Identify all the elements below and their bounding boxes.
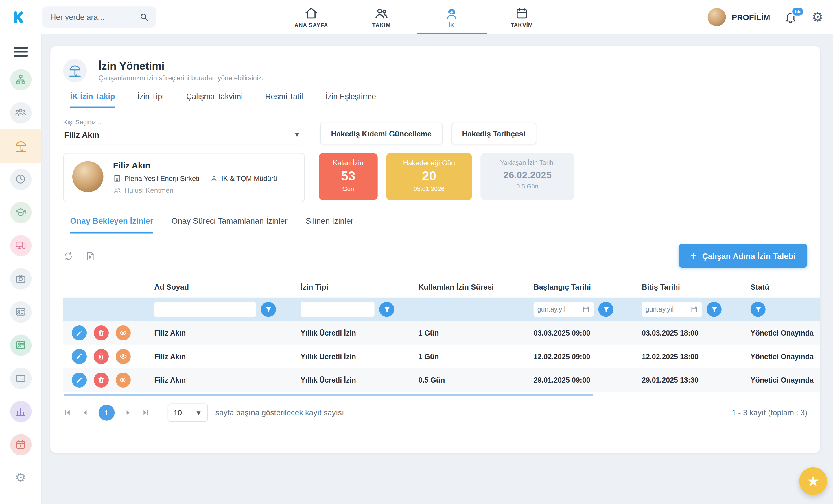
- funnel-icon: [711, 306, 718, 313]
- previous-page-button[interactable]: [81, 408, 90, 417]
- person-select-group: Kişi Seçiniz... Filiz Akın ▼: [63, 117, 302, 145]
- edit-button[interactable]: [72, 325, 87, 341]
- col-header-end: Bitiş Tarihi: [642, 283, 751, 291]
- view-button[interactable]: [116, 325, 131, 341]
- first-page-icon: [63, 408, 72, 417]
- people-icon: [113, 186, 121, 195]
- next-page-button[interactable]: [124, 408, 133, 417]
- tab-izin-eslestirme[interactable]: İzin Eşleştirme: [325, 92, 376, 108]
- id-card-icon: [10, 301, 31, 323]
- star-icon: ★: [807, 473, 820, 489]
- first-page-button[interactable]: [63, 408, 72, 417]
- filter-type-input[interactable]: [301, 302, 375, 317]
- settings-button[interactable]: ⚙: [812, 11, 824, 23]
- col-header-start: Başlangıç Tarihi: [533, 283, 642, 291]
- filter-start-date-input[interactable]: gün.ay.yıl: [533, 302, 594, 317]
- app-logo[interactable]: [9, 7, 30, 27]
- page-size-value: 10: [173, 408, 182, 417]
- employee-company: Plena Yeşil Enerji Şirketi: [124, 175, 199, 183]
- cell-name: Filiz Akın: [154, 376, 301, 384]
- wallet-icon: [10, 367, 31, 389]
- seniority-update-button[interactable]: Hakediş Kıdemi Güncelleme: [320, 123, 442, 145]
- view-button[interactable]: [116, 349, 131, 364]
- organization-chart-icon: [10, 69, 31, 90]
- search-box[interactable]: [42, 6, 156, 28]
- cell-end: 03.03.2025 18:00: [642, 329, 751, 337]
- graduation-cap-icon: [10, 201, 31, 223]
- feedback-star-button[interactable]: ★: [799, 467, 827, 495]
- tab-izin-tipi[interactable]: İzin Tipi: [137, 92, 164, 108]
- chevron-down-icon: ▼: [293, 131, 301, 139]
- filter-start-date-button[interactable]: [598, 302, 614, 317]
- pencil-icon: [75, 376, 83, 384]
- page-size-select[interactable]: 10 ▼: [168, 403, 208, 422]
- person-select-value: Filiz Akın: [64, 130, 99, 139]
- profile-menu[interactable]: PROFİLİM: [708, 8, 770, 26]
- remaining-leave-unit: Gün: [319, 186, 378, 192]
- sidebar-item-organization-chart[interactable]: [0, 63, 41, 96]
- tab-resmi-tatil[interactable]: Resmi Tatil: [265, 92, 303, 108]
- menu-toggle-button[interactable]: [14, 47, 27, 56]
- seniority-history-button[interactable]: Hakediş Tarihçesi: [451, 123, 536, 145]
- sidebar-item-settings[interactable]: ⚙: [0, 461, 41, 495]
- tab-completed-leaves[interactable]: Onay Süreci Tamamlanan İzinler: [171, 216, 287, 233]
- filter-name-button[interactable]: [261, 302, 276, 317]
- cell-start: 12.02.2025 09:00: [533, 353, 642, 361]
- new-leave-request-button[interactable]: + Çalışan Adına İzin Talebi: [679, 244, 807, 268]
- controls-row: Kişi Seçiniz... Filiz Akın ▼ Hakediş Kıd…: [63, 117, 808, 145]
- calendar-small-icon: [582, 306, 590, 313]
- sidebar-item-leave-management[interactable]: [0, 129, 41, 162]
- sidebar-item-calendar-events[interactable]: [0, 428, 41, 461]
- tab-ik-izin-takip[interactable]: İK İzin Takip: [70, 92, 115, 108]
- leave-list-tabs: Onay Bekleyen İzinler Onay Süreci Tamaml…: [70, 216, 820, 233]
- accrual-date: 05.01.2026: [386, 186, 472, 192]
- tab-calisma-takvimi[interactable]: Çalışma Takvimi: [186, 92, 243, 108]
- sidebar-item-training[interactable]: [0, 196, 41, 229]
- refresh-button[interactable]: [63, 251, 73, 261]
- nav-home[interactable]: ANA SAYFA: [276, 0, 347, 34]
- nav-team[interactable]: TAKIM: [346, 0, 416, 34]
- edit-button[interactable]: [72, 373, 87, 387]
- last-page-button[interactable]: [141, 408, 150, 417]
- filter-end-date-button[interactable]: [707, 302, 722, 317]
- sidebar-item-reports[interactable]: [0, 395, 41, 428]
- team-icon: [375, 6, 388, 20]
- view-button[interactable]: [116, 373, 131, 387]
- sidebar-item-recruitment[interactable]: [0, 328, 41, 361]
- search-input[interactable]: [49, 12, 136, 22]
- cell-type: Yıllık Ücretli İzin: [301, 376, 418, 384]
- delete-button[interactable]: [94, 349, 109, 364]
- filter-end-date-input[interactable]: gün.ay.yıl: [642, 302, 702, 317]
- sidebar-item-assets[interactable]: [0, 229, 41, 262]
- nav-calendar[interactable]: TAKVİM: [487, 0, 557, 34]
- calendar-icon: [515, 6, 529, 20]
- nav-hr[interactable]: İK: [416, 0, 487, 34]
- candidate-photo-icon: [10, 334, 31, 356]
- sidebar-item-payroll[interactable]: [0, 361, 41, 395]
- nav-team-label: TAKIM: [372, 22, 391, 28]
- filter-type-button[interactable]: [379, 302, 394, 317]
- sidebar-item-camera[interactable]: [0, 262, 41, 295]
- delete-button[interactable]: [94, 325, 109, 341]
- filter-status-button[interactable]: [751, 302, 766, 317]
- cell-name: Filiz Akın: [154, 329, 301, 337]
- page-number-button[interactable]: 1: [99, 405, 115, 421]
- tab-pending-leaves[interactable]: Onay Bekleyen İzinler: [70, 216, 153, 233]
- filter-name-input[interactable]: [154, 302, 256, 317]
- pencil-icon: [75, 353, 83, 360]
- horizontal-scrollbar[interactable]: [64, 394, 593, 396]
- sidebar-item-time-tracking[interactable]: [0, 162, 41, 196]
- sidebar-item-personnel-records[interactable]: [0, 295, 41, 328]
- leave-table: Ad Soyad İzin Tipi Kullanılan İzin Süres…: [63, 276, 820, 392]
- calendar-event-icon: [10, 434, 31, 455]
- export-excel-button[interactable]: [85, 251, 95, 261]
- edit-button[interactable]: [72, 349, 87, 364]
- col-header-type: İzin Tipi: [301, 283, 418, 291]
- accrual-label: Hakedeceği Gün: [386, 159, 472, 167]
- person-select[interactable]: Filiz Akın ▼: [63, 126, 302, 145]
- notifications-button[interactable]: 55: [784, 11, 797, 23]
- delete-button[interactable]: [94, 373, 109, 387]
- sidebar-item-employees[interactable]: [0, 96, 41, 129]
- bar-chart-icon: [10, 401, 31, 422]
- tab-deleted-leaves[interactable]: Silinen İzinler: [306, 216, 353, 233]
